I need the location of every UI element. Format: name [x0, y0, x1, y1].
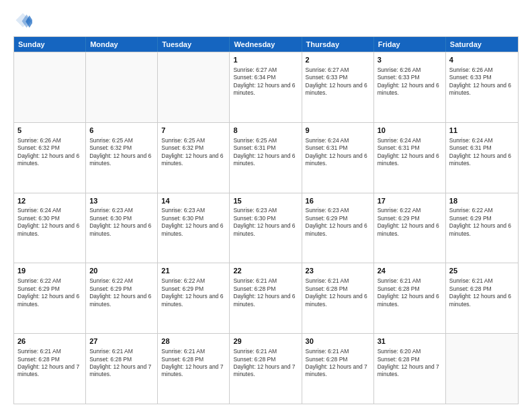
day-info: Sunrise: 6:25 AM Sunset: 6:31 PM Dayligh…	[233, 137, 295, 167]
day-info: Sunrise: 6:26 AM Sunset: 6:32 PM Dayligh…	[17, 137, 79, 167]
calendar-cell: 20Sunrise: 6:22 AM Sunset: 6:29 PM Dayli…	[86, 263, 158, 333]
calendar-cell: 23Sunrise: 6:21 AM Sunset: 6:28 PM Dayli…	[302, 263, 374, 333]
day-number: 28	[161, 336, 226, 347]
day-number: 14	[161, 196, 226, 206]
header-day-thursday: Thursday	[302, 37, 374, 52]
calendar-cell: 14Sunrise: 6:23 AM Sunset: 6:30 PM Dayli…	[158, 193, 230, 263]
day-info: Sunrise: 6:21 AM Sunset: 6:28 PM Dayligh…	[161, 348, 223, 377]
calendar-cell: 10Sunrise: 6:24 AM Sunset: 6:31 PM Dayli…	[374, 123, 446, 193]
calendar-cell: 13Sunrise: 6:23 AM Sunset: 6:30 PM Dayli…	[86, 193, 158, 263]
calendar-cell: 12Sunrise: 6:24 AM Sunset: 6:30 PM Dayli…	[14, 193, 86, 263]
header-day-sunday: Sunday	[14, 37, 86, 52]
logo-icon	[13, 11, 32, 30]
calendar-cell: 9Sunrise: 6:24 AM Sunset: 6:31 PM Daylig…	[302, 123, 374, 193]
day-number: 9	[306, 126, 370, 136]
calendar-cell: 4Sunrise: 6:26 AM Sunset: 6:33 PM Daylig…	[446, 52, 518, 122]
day-info: Sunrise: 6:22 AM Sunset: 6:29 PM Dayligh…	[449, 207, 511, 236]
calendar-row-3: 19Sunrise: 6:22 AM Sunset: 6:29 PM Dayli…	[14, 263, 518, 333]
day-info: Sunrise: 6:22 AM Sunset: 6:29 PM Dayligh…	[378, 207, 439, 236]
day-number: 4	[449, 55, 515, 65]
day-info: Sunrise: 6:21 AM Sunset: 6:28 PM Dayligh…	[233, 277, 295, 307]
calendar-cell: 19Sunrise: 6:22 AM Sunset: 6:29 PM Dayli…	[14, 263, 86, 333]
calendar-cell: 18Sunrise: 6:22 AM Sunset: 6:29 PM Dayli…	[446, 193, 518, 263]
calendar-cell: 7Sunrise: 6:25 AM Sunset: 6:32 PM Daylig…	[158, 123, 230, 193]
day-info: Sunrise: 6:23 AM Sunset: 6:30 PM Dayligh…	[233, 207, 295, 236]
day-info: Sunrise: 6:23 AM Sunset: 6:30 PM Dayligh…	[89, 207, 151, 236]
day-info: Sunrise: 6:21 AM Sunset: 6:28 PM Dayligh…	[233, 348, 295, 377]
calendar-cell	[86, 52, 158, 122]
calendar-cell: 27Sunrise: 6:21 AM Sunset: 6:28 PM Dayli…	[86, 334, 158, 404]
calendar-cell	[14, 52, 86, 122]
page: SundayMondayTuesdayWednesdayThursdayFrid…	[0, 0, 532, 411]
calendar-cell: 31Sunrise: 6:20 AM Sunset: 6:28 PM Dayli…	[374, 334, 446, 404]
day-number: 2	[306, 55, 370, 65]
day-info: Sunrise: 6:26 AM Sunset: 6:33 PM Dayligh…	[378, 66, 439, 96]
calendar-cell: 25Sunrise: 6:21 AM Sunset: 6:28 PM Dayli…	[446, 263, 518, 333]
day-number: 21	[161, 266, 226, 276]
day-number: 18	[449, 196, 515, 206]
calendar-cell: 26Sunrise: 6:21 AM Sunset: 6:28 PM Dayli…	[14, 334, 86, 404]
header-day-wednesday: Wednesday	[230, 37, 302, 52]
day-number: 7	[161, 126, 226, 136]
day-number: 23	[306, 266, 370, 276]
day-number: 13	[89, 196, 154, 206]
day-info: Sunrise: 6:24 AM Sunset: 6:31 PM Dayligh…	[306, 137, 367, 167]
calendar-cell: 8Sunrise: 6:25 AM Sunset: 6:31 PM Daylig…	[230, 123, 302, 193]
day-number: 1	[233, 55, 298, 65]
day-number: 11	[449, 126, 515, 136]
day-number: 16	[306, 196, 370, 206]
day-number: 10	[378, 126, 442, 136]
day-info: Sunrise: 6:25 AM Sunset: 6:32 PM Dayligh…	[89, 137, 151, 167]
day-info: Sunrise: 6:21 AM Sunset: 6:28 PM Dayligh…	[89, 348, 151, 377]
day-info: Sunrise: 6:27 AM Sunset: 6:34 PM Dayligh…	[233, 66, 295, 96]
day-number: 19	[17, 266, 82, 276]
day-info: Sunrise: 6:23 AM Sunset: 6:29 PM Dayligh…	[306, 207, 367, 236]
day-info: Sunrise: 6:22 AM Sunset: 6:29 PM Dayligh…	[161, 277, 223, 307]
calendar: SundayMondayTuesdayWednesdayThursdayFrid…	[13, 36, 519, 404]
day-info: Sunrise: 6:24 AM Sunset: 6:30 PM Dayligh…	[17, 207, 79, 236]
day-number: 12	[17, 196, 82, 206]
day-info: Sunrise: 6:24 AM Sunset: 6:31 PM Dayligh…	[378, 137, 439, 167]
logo	[13, 11, 35, 30]
calendar-body: 1Sunrise: 6:27 AM Sunset: 6:34 PM Daylig…	[14, 52, 518, 404]
day-info: Sunrise: 6:21 AM Sunset: 6:28 PM Dayligh…	[306, 277, 367, 307]
calendar-cell: 30Sunrise: 6:21 AM Sunset: 6:28 PM Dayli…	[302, 334, 374, 404]
calendar-cell: 2Sunrise: 6:27 AM Sunset: 6:33 PM Daylig…	[302, 52, 374, 122]
day-info: Sunrise: 6:21 AM Sunset: 6:28 PM Dayligh…	[378, 277, 439, 307]
day-info: Sunrise: 6:27 AM Sunset: 6:33 PM Dayligh…	[306, 66, 367, 96]
calendar-cell	[158, 52, 230, 122]
day-number: 6	[89, 126, 154, 136]
header-day-monday: Monday	[86, 37, 158, 52]
day-number: 26	[17, 336, 82, 347]
calendar-cell: 21Sunrise: 6:22 AM Sunset: 6:29 PM Dayli…	[158, 263, 230, 333]
day-info: Sunrise: 6:20 AM Sunset: 6:28 PM Dayligh…	[378, 348, 439, 377]
calendar-cell: 3Sunrise: 6:26 AM Sunset: 6:33 PM Daylig…	[374, 52, 446, 122]
calendar-row-2: 12Sunrise: 6:24 AM Sunset: 6:30 PM Dayli…	[14, 193, 518, 263]
day-info: Sunrise: 6:22 AM Sunset: 6:29 PM Dayligh…	[17, 277, 79, 307]
day-info: Sunrise: 6:25 AM Sunset: 6:32 PM Dayligh…	[161, 137, 223, 167]
calendar-cell: 15Sunrise: 6:23 AM Sunset: 6:30 PM Dayli…	[230, 193, 302, 263]
header	[13, 11, 519, 30]
calendar-cell: 6Sunrise: 6:25 AM Sunset: 6:32 PM Daylig…	[86, 123, 158, 193]
day-number: 24	[378, 266, 442, 276]
day-number: 25	[449, 266, 515, 276]
day-number: 20	[89, 266, 154, 276]
calendar-cell: 11Sunrise: 6:24 AM Sunset: 6:31 PM Dayli…	[446, 123, 518, 193]
day-info: Sunrise: 6:21 AM Sunset: 6:28 PM Dayligh…	[17, 348, 79, 377]
calendar-cell: 1Sunrise: 6:27 AM Sunset: 6:34 PM Daylig…	[230, 52, 302, 122]
day-info: Sunrise: 6:21 AM Sunset: 6:28 PM Dayligh…	[449, 277, 511, 307]
calendar-cell: 17Sunrise: 6:22 AM Sunset: 6:29 PM Dayli…	[374, 193, 446, 263]
day-info: Sunrise: 6:22 AM Sunset: 6:29 PM Dayligh…	[89, 277, 151, 307]
calendar-row-4: 26Sunrise: 6:21 AM Sunset: 6:28 PM Dayli…	[14, 333, 518, 404]
day-info: Sunrise: 6:23 AM Sunset: 6:30 PM Dayligh…	[161, 207, 223, 236]
header-day-friday: Friday	[374, 37, 446, 52]
calendar-cell: 16Sunrise: 6:23 AM Sunset: 6:29 PM Dayli…	[302, 193, 374, 263]
calendar-cell: 24Sunrise: 6:21 AM Sunset: 6:28 PM Dayli…	[374, 263, 446, 333]
day-number: 22	[233, 266, 298, 276]
calendar-cell: 28Sunrise: 6:21 AM Sunset: 6:28 PM Dayli…	[158, 334, 230, 404]
calendar-cell: 5Sunrise: 6:26 AM Sunset: 6:32 PM Daylig…	[14, 123, 86, 193]
day-info: Sunrise: 6:26 AM Sunset: 6:33 PM Dayligh…	[449, 66, 511, 96]
calendar-row-0: 1Sunrise: 6:27 AM Sunset: 6:34 PM Daylig…	[14, 52, 518, 122]
day-number: 5	[17, 126, 82, 136]
calendar-cell	[446, 334, 518, 404]
